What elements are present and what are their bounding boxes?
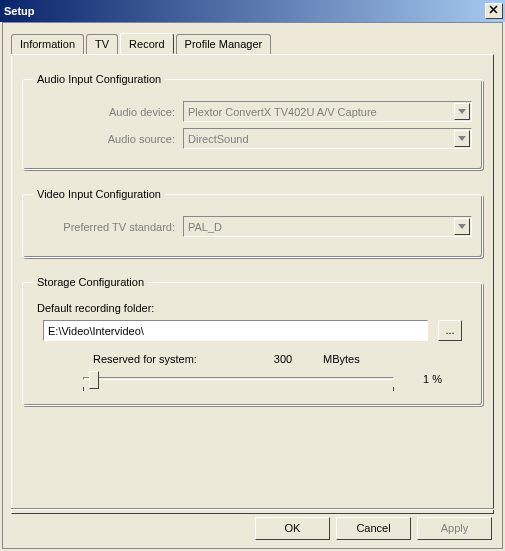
audio-device-combo[interactable]: Plextor ConvertX TV402U A/V Capture	[183, 101, 472, 122]
apply-button[interactable]: Apply	[417, 517, 492, 540]
group-audio-legend: Audio Input Configuration	[33, 73, 165, 85]
browse-button[interactable]: ...	[438, 320, 462, 341]
tab-profile-manager[interactable]: Profile Manager	[176, 34, 272, 55]
ok-button[interactable]: OK	[255, 517, 330, 540]
tab-strip: Information TV Record Profile Manager	[11, 33, 494, 54]
chevron-down-icon[interactable]	[454, 130, 470, 147]
client-area: Information TV Record Profile Manager Au…	[2, 22, 503, 549]
titlebar: Setup	[0, 0, 505, 22]
separator	[11, 508, 494, 510]
group-storage: Storage Configuration Default recording …	[22, 276, 483, 406]
chevron-down-icon[interactable]	[454, 103, 470, 120]
reserved-unit: MBytes	[323, 353, 442, 365]
tab-information[interactable]: Information	[11, 34, 84, 55]
slider-percent: 1 %	[402, 373, 442, 385]
tab-record[interactable]: Record	[120, 33, 173, 54]
slider-thumb[interactable]	[89, 371, 99, 389]
group-storage-legend: Storage Configuration	[33, 276, 148, 288]
reserved-label: Reserved for system:	[93, 353, 243, 365]
audio-device-value: Plextor ConvertX TV402U A/V Capture	[184, 106, 453, 118]
close-button[interactable]	[485, 3, 503, 19]
audio-source-label: Audio source:	[33, 133, 183, 145]
audio-source-combo[interactable]: DirectSound	[183, 128, 472, 149]
tab-page-record: Audio Input Configuration Audio device: …	[11, 54, 494, 514]
default-folder-input[interactable]	[43, 320, 428, 341]
reserved-value: 300	[243, 353, 323, 365]
cancel-button[interactable]: Cancel	[336, 517, 411, 540]
reserved-row: Reserved for system: 300 MBytes	[33, 353, 472, 365]
tv-standard-combo[interactable]: PAL_D	[183, 216, 472, 237]
tab-tv[interactable]: TV	[86, 34, 118, 55]
slider-tick	[393, 387, 394, 391]
group-video-legend: Video Input Configuration	[33, 188, 165, 200]
slider-tick	[83, 387, 84, 391]
tv-standard-label: Preferred TV standard:	[33, 221, 183, 233]
audio-device-label: Audio device:	[33, 106, 183, 118]
audio-source-value: DirectSound	[184, 133, 453, 145]
reserved-slider[interactable]	[83, 367, 394, 391]
chevron-down-icon[interactable]	[454, 218, 470, 235]
window-title: Setup	[4, 5, 485, 17]
slider-track	[83, 377, 394, 380]
button-bar: OK Cancel Apply	[255, 517, 492, 540]
tv-standard-value: PAL_D	[184, 221, 453, 233]
group-audio-input: Audio Input Configuration Audio device: …	[22, 73, 483, 170]
default-folder-label: Default recording folder:	[37, 302, 472, 314]
group-video-input: Video Input Configuration Preferred TV s…	[22, 188, 483, 258]
